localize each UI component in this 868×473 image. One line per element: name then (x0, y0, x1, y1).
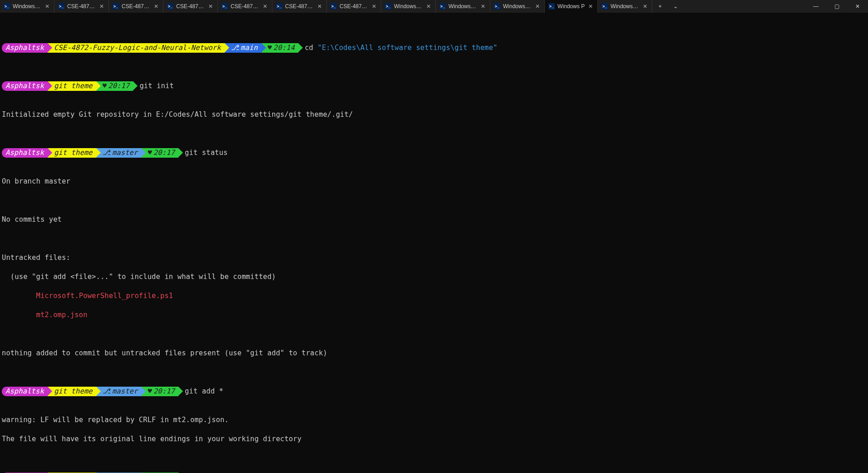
tab-close-button[interactable]: ✕ (371, 3, 377, 10)
command-text: git init (139, 82, 173, 90)
tab[interactable]: >_Windows P✕ (545, 0, 598, 13)
tab-close-button[interactable]: ✕ (207, 3, 214, 10)
tab-title: Windows P (557, 3, 585, 10)
tab[interactable]: >_CSE-4872-F✕ (163, 0, 218, 13)
new-tab-button[interactable]: + (652, 0, 668, 13)
command-arg: "E:\Codes\All software settings\git them… (318, 44, 498, 52)
powershell-icon: >_ (276, 3, 282, 10)
tab-dropdown-button[interactable]: ⌄ (668, 0, 683, 13)
prompt-branch-segment: ⎇main (225, 43, 261, 53)
branch-icon: ⎇ (231, 44, 239, 52)
powershell-icon: >_ (113, 3, 119, 10)
tab[interactable]: >_Windows Po✕ (490, 0, 545, 13)
powershell-icon: >_ (330, 3, 337, 10)
tab-close-button[interactable]: ✕ (99, 3, 105, 10)
tab-title: CSE-4872-F (176, 3, 205, 10)
prompt-line: AsphaltskCSE-4872-Fuzzy-Logic-and-Neural… (2, 44, 298, 52)
titlebar-drag-area (683, 0, 805, 13)
tab[interactable]: >_CSE-4872-F✕ (109, 0, 163, 13)
prompt-line: Asphaltskgit theme♥20:17 (2, 82, 133, 90)
tab-title: Windows Po (611, 3, 639, 10)
terminal-output: warning: LF will be replaced by CRLF in … (2, 415, 866, 425)
tab[interactable]: >_CSE-4872-F✕ (272, 0, 327, 13)
prompt-time-segment: ♥20:17 (96, 81, 133, 91)
tab-close-button[interactable]: ✕ (534, 3, 541, 10)
prompt-path-segment: CSE-4872-Fuzzy-Logic-and-Neural-Network (48, 43, 225, 53)
tab-title: CSE-4872-F (340, 3, 368, 10)
tab-close-button[interactable]: ✕ (44, 3, 50, 10)
tab-title: Windows Po (394, 3, 423, 10)
terminal-output: nothing added to commit but untracked fi… (2, 349, 866, 358)
window-minimize-button[interactable]: — (805, 0, 826, 13)
terminal-viewport[interactable]: AsphaltskCSE-4872-Fuzzy-Logic-and-Neural… (0, 13, 868, 473)
powershell-icon: >_ (58, 3, 64, 10)
powershell-icon: >_ (222, 3, 228, 10)
powershell-icon: >_ (167, 3, 173, 10)
tab[interactable]: >_CSE-4872-F✕ (54, 0, 109, 13)
tab[interactable]: >_CSE-4872-F✕ (218, 0, 272, 13)
powershell-icon: >_ (548, 3, 555, 10)
terminal-output: The file will have its original line end… (2, 434, 866, 444)
powershell-icon: >_ (439, 3, 446, 10)
window-maximize-button[interactable]: ▢ (826, 0, 847, 13)
command-text: git status (185, 149, 227, 157)
terminal-output: On branch master (2, 177, 866, 186)
tab-close-button[interactable]: ✕ (587, 3, 594, 10)
powershell-icon: >_ (4, 3, 10, 10)
tab-bar: >_Windows Po✕>_CSE-4872-F✕>_CSE-4872-F✕>… (0, 0, 868, 13)
prompt-user-segment: Asphaltsk (2, 43, 48, 53)
tab-title: CSE-4872-F (285, 3, 314, 10)
tab[interactable]: >_CSE-4872-F✕ (327, 0, 381, 13)
tab-title: CSE-4872-F (122, 3, 150, 10)
tab-close-button[interactable]: ✕ (642, 3, 648, 10)
powershell-icon: >_ (385, 3, 391, 10)
tab-title: CSE-4872-F (231, 3, 259, 10)
tab[interactable]: >_Windows Po✕ (436, 0, 490, 13)
powershell-icon: >_ (494, 3, 500, 10)
heart-icon: ♥ (268, 44, 272, 52)
untracked-file: mt2.omp.json (2, 310, 866, 320)
tab-title: Windows Po (503, 3, 532, 10)
terminal-output: Untracked files: (2, 253, 866, 263)
window-close-button[interactable]: ✕ (847, 0, 868, 13)
terminal-output: Initialized empty Git repository in E:/C… (2, 110, 866, 119)
tab-close-button[interactable]: ✕ (480, 3, 486, 10)
tab[interactable]: >_Windows Po✕ (0, 0, 54, 13)
tab-close-button[interactable]: ✕ (153, 3, 159, 10)
untracked-file: Microsoft.PowerShell_profile.ps1 (2, 291, 866, 301)
command-text: cd (305, 44, 313, 52)
prompt-branch-segment: ⎇master (96, 148, 142, 158)
tab-close-button[interactable]: ✕ (262, 3, 268, 10)
terminal-output: No commits yet (2, 215, 866, 224)
tab[interactable]: >_Windows Po✕ (381, 0, 436, 13)
powershell-icon: >_ (602, 3, 608, 10)
tab[interactable]: >_Windows Po✕ (598, 0, 652, 13)
tab-title: Windows Po (13, 3, 41, 10)
tab-title: CSE-4872-F (67, 3, 96, 10)
tab-close-button[interactable]: ✕ (316, 3, 323, 10)
tab-close-button[interactable]: ✕ (425, 3, 432, 10)
tab-title: Windows Po (449, 3, 477, 10)
terminal-output: (use "git add <file>..." to include in w… (2, 272, 866, 282)
prompt-time-segment: ♥20:14 (261, 43, 299, 53)
